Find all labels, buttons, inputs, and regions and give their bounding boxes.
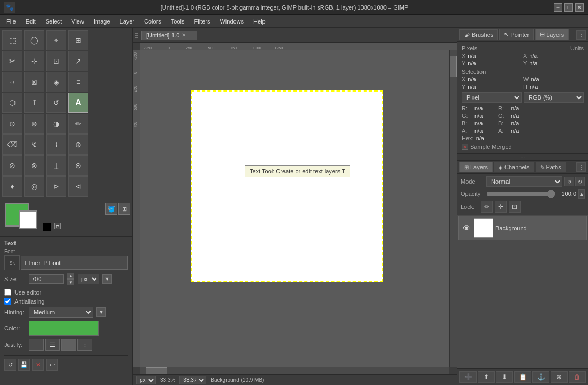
lower-layer-button[interactable]: ⬇ <box>496 371 513 383</box>
eraser-tool[interactable]: ⌫ <box>2 134 22 155</box>
scale-tool[interactable]: ◈ <box>46 72 66 92</box>
pattern-icon[interactable]: ⊞ <box>118 203 130 215</box>
lock-alpha-button[interactable]: ⊡ <box>509 201 521 213</box>
paintbrush-tool[interactable]: ✏ <box>68 114 88 134</box>
paintbucket-icon[interactable]: 🪣 <box>105 203 117 215</box>
raise-layer-button[interactable]: ⬆ <box>478 371 495 383</box>
menu-colors[interactable]: Colors <box>140 17 165 26</box>
menu-layer[interactable]: Layer <box>116 17 139 26</box>
pixel-mode-select[interactable]: Pixel <box>462 92 522 103</box>
foreground-color-swatch[interactable] <box>19 210 37 229</box>
status-unit-select[interactable]: px <box>136 376 156 384</box>
brushes-tab[interactable]: 🖌 Brushes <box>459 29 498 40</box>
flip-tool[interactable]: ⊺ <box>24 93 44 113</box>
layer-mode-select[interactable]: Normal <box>486 176 562 187</box>
lock-position-button[interactable]: ✛ <box>495 201 507 213</box>
default-colors-icon[interactable] <box>43 223 51 231</box>
rgb-mode-select[interactable]: RGB (%) <box>524 92 584 103</box>
undo-mode-button[interactable]: ↺ <box>564 177 574 186</box>
canvas-inner[interactable]: Text Tool: Create or edit text layers T <box>140 50 449 367</box>
menu-edit[interactable]: Edit <box>21 17 40 26</box>
size-input[interactable] <box>29 274 64 284</box>
redo-mode-button[interactable]: ↻ <box>575 177 585 186</box>
crop-tool[interactable]: ⊡ <box>46 51 66 71</box>
color-picker-tool[interactable]: ⊳ <box>46 176 66 197</box>
duplicate-layer-button[interactable]: 📋 <box>514 371 531 383</box>
opacity-slider[interactable] <box>486 190 555 198</box>
layers-menu-button[interactable]: ⋮ <box>576 162 586 172</box>
measure-tool[interactable]: ⊲ <box>68 176 88 197</box>
vertical-scrollbar[interactable] <box>449 50 457 367</box>
menu-tools[interactable]: Tools <box>167 17 189 26</box>
transform-tool[interactable]: ⬡ <box>2 93 22 113</box>
left-collapse-icon[interactable] <box>135 33 139 38</box>
perspective-clone-tool[interactable]: ⊗ <box>24 155 44 176</box>
opacity-up-button[interactable]: ▲ <box>578 189 585 199</box>
use-editor-checkbox[interactable] <box>4 289 11 296</box>
menu-help[interactable]: Help <box>249 17 270 26</box>
unit-dropdown-icon[interactable]: ▼ <box>102 274 112 284</box>
justify-center-button[interactable]: ☰ <box>45 339 60 351</box>
pointer-tab[interactable]: ↖ Pointer <box>499 29 534 40</box>
rotate-tool[interactable]: ↺ <box>46 93 66 113</box>
antialiasing-checkbox[interactable] <box>4 298 11 305</box>
dodge-burn-tool[interactable]: ♦ <box>2 176 22 197</box>
hinting-select[interactable]: MediumNoneSlightFull <box>29 307 93 318</box>
reset-button[interactable]: ↩ <box>46 359 58 371</box>
swap-colors-icon[interactable]: ⇄ <box>54 223 61 229</box>
layers-tab[interactable]: ⊞ Layers <box>459 162 493 172</box>
image-canvas[interactable] <box>191 90 383 282</box>
text-color-swatch[interactable] <box>29 321 99 336</box>
clone-tool[interactable]: ⊕ <box>68 134 88 155</box>
minimize-button[interactable]: – <box>554 3 562 12</box>
free-select-tool[interactable]: ⌖ <box>46 30 66 50</box>
size-up-button[interactable]: ▲ <box>67 273 74 279</box>
warp-tool[interactable]: ≡ <box>68 72 88 92</box>
lock-pixels-button[interactable]: ✏ <box>481 201 493 213</box>
zoom-select[interactable]: 33.3% <box>179 376 206 384</box>
horizontal-scrollbar[interactable] <box>140 367 449 374</box>
scrollbar-thumb-h[interactable] <box>146 367 167 374</box>
menu-file[interactable]: File <box>2 17 20 26</box>
align-tool[interactable]: ⊹ <box>24 51 44 71</box>
blur-tool[interactable]: ⌶ <box>46 155 66 176</box>
hinting-dropdown-icon[interactable]: ▼ <box>96 307 106 317</box>
restore-defaults-button[interactable]: ↺ <box>4 359 16 371</box>
menu-image[interactable]: Image <box>89 17 115 26</box>
panel-menu-button[interactable]: ⋮ <box>576 30 586 40</box>
delete-layer-button[interactable]: 🗑 <box>569 371 586 383</box>
bucket-fill-tool[interactable]: ⊙ <box>2 114 22 134</box>
pencil-tool[interactable]: ◑ <box>46 114 66 134</box>
size-down-button[interactable]: ▼ <box>67 279 74 285</box>
new-layer-button[interactable]: ➕ <box>459 371 477 383</box>
rect-select-tool[interactable]: ⬚ <box>2 30 22 50</box>
menu-windows[interactable]: Windows <box>215 17 248 26</box>
size-unit-select[interactable]: pxptmm <box>78 274 99 284</box>
list-item[interactable]: 👁 Background <box>458 216 587 240</box>
ellipse-select-tool[interactable]: ◯ <box>24 30 44 50</box>
merge-layer-button[interactable]: ⊕ <box>551 371 568 383</box>
justify-right-button[interactable]: ≡ <box>61 339 76 351</box>
healing-tool[interactable]: ⊘ <box>2 155 22 176</box>
fuzzy-select-tool[interactable]: ⊞ <box>68 30 88 50</box>
justify-left-button[interactable]: ≡ <box>29 339 44 351</box>
scrollbar-thumb-v[interactable] <box>450 56 457 77</box>
paths-tab[interactable]: ✎ Paths <box>536 162 566 172</box>
font-name-display[interactable]: Elmer_P Font <box>21 256 128 270</box>
canvas-tab[interactable]: [Untitled]-1.0 ✕ <box>141 31 197 40</box>
blend-tool[interactable]: ⊛ <box>24 114 44 134</box>
close-button[interactable]: ✕ <box>575 3 584 12</box>
menu-filters[interactable]: Filters <box>190 17 215 26</box>
delete-preset-button[interactable]: ✕ <box>32 359 44 371</box>
paths-tool[interactable]: ◎ <box>24 176 44 197</box>
maximize-button[interactable]: □ <box>564 3 573 12</box>
zoom-tool[interactable]: ↔ <box>2 72 22 92</box>
justify-fill-button[interactable]: ⋮ <box>77 339 92 351</box>
menu-view[interactable]: View <box>67 17 88 26</box>
text-tool[interactable]: A <box>68 93 88 113</box>
save-preset-button[interactable]: 💾 <box>18 359 30 371</box>
move-tool[interactable]: ↗ <box>68 51 88 71</box>
layers-tab-top[interactable]: ⊞ Layers <box>535 29 569 40</box>
anchor-layer-button[interactable]: ⚓ <box>532 371 549 383</box>
scissors-select-tool[interactable]: ✂ <box>2 51 22 71</box>
